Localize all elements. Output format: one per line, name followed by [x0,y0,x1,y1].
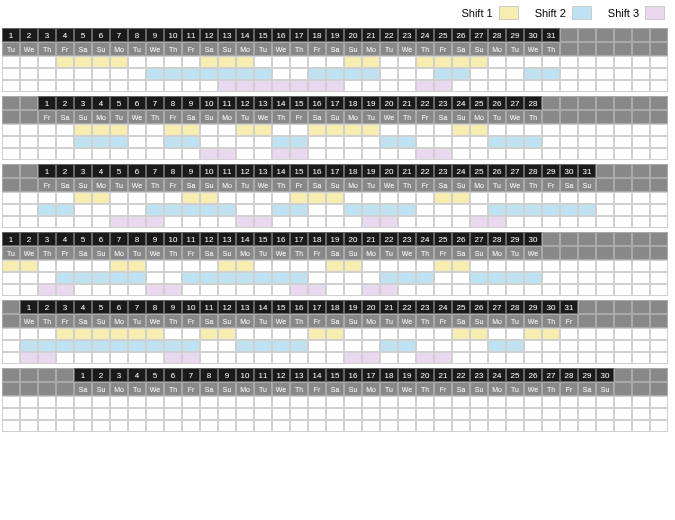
shift-cell-filled[interactable] [416,352,434,364]
shift-cell-empty[interactable] [128,192,146,204]
shift-cell-empty[interactable] [92,148,110,160]
shift-cell-empty[interactable] [128,420,146,432]
shift-cell-empty[interactable] [560,352,578,364]
shift-cell-empty[interactable] [614,272,632,284]
shift-cell-empty[interactable] [128,80,146,92]
shift-cell-empty[interactable] [488,148,506,160]
shift-cell-empty[interactable] [200,260,218,272]
shift-cell-empty[interactable] [38,80,56,92]
shift-cell-empty[interactable] [452,80,470,92]
shift-cell-empty[interactable] [56,260,74,272]
shift-cell-empty[interactable] [542,124,560,136]
shift-cell-filled[interactable] [236,260,254,272]
shift-cell-empty[interactable] [506,396,524,408]
shift-cell-empty[interactable] [560,420,578,432]
shift-cell-filled[interactable] [398,136,416,148]
shift-cell-empty[interactable] [452,352,470,364]
shift-cell-empty[interactable] [20,204,38,216]
shift-cell-filled[interactable] [128,272,146,284]
shift-cell-empty[interactable] [146,148,164,160]
shift-cell-filled[interactable] [110,328,128,340]
shift-cell-empty[interactable] [398,420,416,432]
shift-cell-empty[interactable] [380,148,398,160]
shift-cell-empty[interactable] [236,204,254,216]
shift-cell-empty[interactable] [344,192,362,204]
shift-cell-empty[interactable] [290,352,308,364]
shift-cell-filled[interactable] [128,260,146,272]
shift-cell-empty[interactable] [146,272,164,284]
shift-cell-filled[interactable] [434,56,452,68]
shift-cell-empty[interactable] [290,68,308,80]
shift-cell-filled[interactable] [56,340,74,352]
shift-cell-filled[interactable] [542,68,560,80]
shift-cell-empty[interactable] [2,352,20,364]
shift-cell-empty[interactable] [452,148,470,160]
shift-cell-filled[interactable] [218,148,236,160]
shift-cell-empty[interactable] [596,192,614,204]
shift-cell-empty[interactable] [92,80,110,92]
shift-cell-empty[interactable] [200,216,218,228]
shift-cell-filled[interactable] [74,192,92,204]
shift-cell-filled[interactable] [218,56,236,68]
shift-cell-filled[interactable] [56,204,74,216]
shift-cell-empty[interactable] [560,284,578,296]
shift-cell-empty[interactable] [20,284,38,296]
shift-cell-empty[interactable] [290,260,308,272]
shift-cell-empty[interactable] [578,328,596,340]
shift-cell-empty[interactable] [578,284,596,296]
shift-cell-empty[interactable] [632,328,650,340]
shift-cell-empty[interactable] [362,136,380,148]
shift-cell-filled[interactable] [344,124,362,136]
shift-cell-empty[interactable] [218,216,236,228]
shift-cell-empty[interactable] [362,328,380,340]
shift-cell-filled[interactable] [146,340,164,352]
shift-cell-empty[interactable] [470,80,488,92]
shift-cell-empty[interactable] [650,396,668,408]
shift-cell-empty[interactable] [326,396,344,408]
shift-cell-filled[interactable] [434,352,452,364]
shift-cell-empty[interactable] [128,352,146,364]
shift-cell-empty[interactable] [218,352,236,364]
shift-cell-empty[interactable] [146,80,164,92]
shift-cell-empty[interactable] [20,136,38,148]
shift-cell-empty[interactable] [362,272,380,284]
shift-cell-empty[interactable] [362,396,380,408]
shift-cell-filled[interactable] [200,328,218,340]
shift-cell-empty[interactable] [362,192,380,204]
shift-cell-empty[interactable] [542,420,560,432]
shift-cell-empty[interactable] [326,408,344,420]
shift-cell-empty[interactable] [434,340,452,352]
shift-cell-empty[interactable] [56,216,74,228]
shift-cell-filled[interactable] [470,272,488,284]
shift-cell-empty[interactable] [182,408,200,420]
shift-cell-filled[interactable] [56,56,74,68]
shift-cell-empty[interactable] [398,68,416,80]
shift-cell-empty[interactable] [416,68,434,80]
shift-cell-filled[interactable] [506,204,524,216]
shift-cell-filled[interactable] [452,56,470,68]
shift-cell-empty[interactable] [20,56,38,68]
shift-cell-empty[interactable] [542,80,560,92]
shift-cell-empty[interactable] [578,56,596,68]
shift-cell-empty[interactable] [254,136,272,148]
shift-cell-empty[interactable] [146,124,164,136]
shift-cell-empty[interactable] [56,420,74,432]
shift-cell-empty[interactable] [542,216,560,228]
shift-cell-empty[interactable] [128,56,146,68]
shift-cell-empty[interactable] [20,272,38,284]
shift-cell-filled[interactable] [110,56,128,68]
shift-cell-filled[interactable] [218,260,236,272]
shift-cell-empty[interactable] [344,136,362,148]
shift-cell-empty[interactable] [290,216,308,228]
shift-cell-empty[interactable] [632,284,650,296]
shift-cell-empty[interactable] [488,328,506,340]
shift-cell-filled[interactable] [236,56,254,68]
shift-cell-filled[interactable] [470,124,488,136]
shift-cell-filled[interactable] [434,68,452,80]
shift-cell-empty[interactable] [326,56,344,68]
shift-cell-filled[interactable] [74,272,92,284]
shift-cell-empty[interactable] [200,340,218,352]
shift-cell-empty[interactable] [290,408,308,420]
shift-cell-filled[interactable] [488,272,506,284]
shift-cell-filled[interactable] [290,136,308,148]
